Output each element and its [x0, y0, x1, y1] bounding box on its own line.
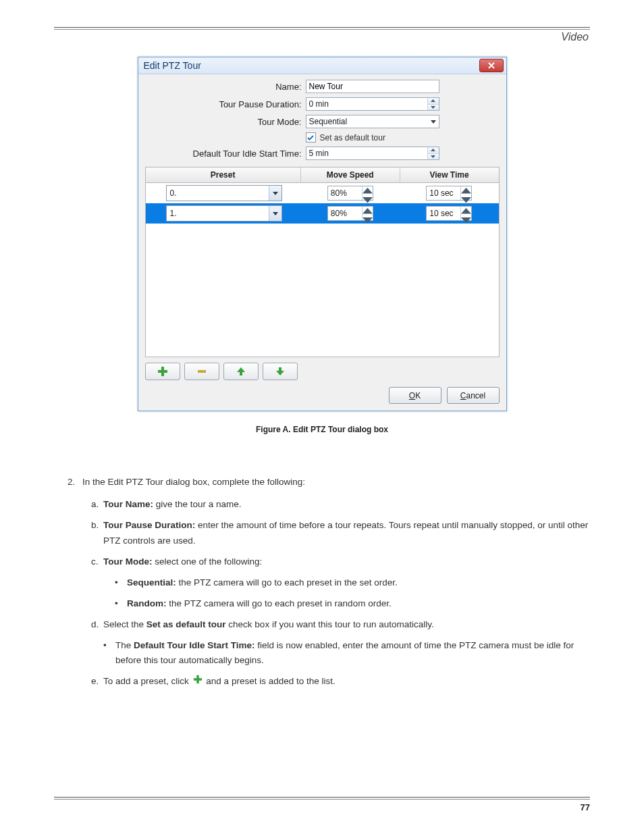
- spinner-down-icon[interactable]: [461, 196, 471, 205]
- move-up-button[interactable]: [223, 363, 259, 380]
- spinner-down-icon[interactable]: [363, 216, 373, 226]
- sub-text: give the tour a name.: [153, 499, 242, 509]
- sub-letter: e.: [91, 674, 103, 689]
- spinner-down-icon[interactable]: [428, 105, 439, 111]
- col-header-speed[interactable]: Move Speed: [301, 167, 400, 182]
- pause-duration-spinner[interactable]: 0 min: [306, 97, 439, 111]
- bullet-icon: •: [103, 638, 115, 669]
- preset-combo[interactable]: 1.: [166, 205, 282, 221]
- move-speed-spinner[interactable]: 80%: [327, 186, 373, 201]
- pause-label: Tour Pause Duration:: [145, 99, 306, 109]
- sub-label: Set as default tour: [146, 619, 226, 629]
- mode-label: Tour Mode:: [145, 117, 306, 127]
- bullet-icon: •: [115, 596, 127, 612]
- sub-letter: a.: [91, 497, 103, 513]
- spinner-down-icon[interactable]: [363, 196, 373, 205]
- step-text: In the Edit PTZ Tour dialog box, complet…: [82, 475, 305, 490]
- mode-label: Random:: [127, 598, 167, 608]
- preset-value: 1.: [167, 209, 269, 218]
- tour-mode-combo[interactable]: Sequential: [306, 115, 439, 128]
- ok-button[interactable]: OK: [389, 387, 441, 404]
- sub-label: Tour Name:: [103, 499, 153, 509]
- arrow-up-icon: [236, 366, 246, 377]
- col-header-time[interactable]: View Time: [400, 167, 499, 182]
- svg-rect-4: [193, 679, 201, 681]
- bullet-icon: •: [115, 575, 127, 591]
- sub-label: Default Tour Idle Start Time:: [134, 640, 255, 650]
- spinner-up-icon[interactable]: [428, 147, 439, 154]
- spinner-up-icon[interactable]: [428, 98, 439, 105]
- default-tour-label: Set as default tour: [320, 133, 385, 142]
- idle-time-spinner[interactable]: 5 min: [306, 147, 439, 160]
- view-time-value: 10 sec: [427, 188, 460, 198]
- chevron-down-icon: [427, 116, 439, 127]
- page-number: 77: [54, 802, 590, 812]
- sub-letter: c.: [91, 554, 103, 570]
- spinner-up-icon[interactable]: [363, 186, 373, 196]
- cancel-button[interactable]: Cancel: [447, 387, 500, 404]
- page-header-section: Video: [561, 31, 589, 43]
- spinner-up-icon[interactable]: [461, 207, 471, 216]
- col-header-preset[interactable]: Preset: [146, 167, 301, 182]
- move-down-button[interactable]: [263, 363, 298, 380]
- chevron-down-icon: [269, 206, 281, 221]
- spinner-down-icon[interactable]: [428, 154, 439, 160]
- idle-label: Default Tour Idle Start Time:: [145, 149, 306, 159]
- chevron-down-icon: [269, 186, 281, 201]
- footer-rule: [54, 797, 590, 800]
- mode-text: the PTZ camera will go to each preset in…: [167, 598, 392, 608]
- pause-duration-value: 0 min: [306, 99, 427, 109]
- svg-rect-1: [158, 370, 167, 373]
- preset-table-body: 0. 80%: [146, 183, 499, 357]
- sub-text: To add a preset, click: [103, 676, 192, 686]
- sub-label: Tour Mode:: [103, 556, 152, 567]
- close-icon: [488, 62, 495, 69]
- tour-mode-value: Sequential: [306, 117, 427, 126]
- view-time-value: 10 sec: [427, 209, 460, 218]
- page-header-rule: [54, 27, 590, 30]
- preset-combo[interactable]: 0.: [166, 185, 282, 201]
- sub-text: and a preset is added to the list.: [206, 676, 335, 686]
- preset-value: 0.: [167, 188, 269, 198]
- step-number: 2.: [68, 475, 82, 490]
- preset-table: Preset Move Speed View Time 0.: [145, 167, 500, 357]
- mode-text: the PTZ camera will go to each preset in…: [176, 577, 398, 588]
- idle-time-value: 5 min: [306, 149, 427, 158]
- sub-text: The: [115, 640, 134, 650]
- sub-text: check box if you want this tour to run a…: [228, 619, 433, 629]
- sub-label: Tour Pause Duration:: [103, 520, 195, 530]
- edit-ptz-tour-dialog: Edit PTZ Tour Name: Tour Pause Duration:…: [138, 57, 507, 411]
- remove-preset-button[interactable]: [184, 363, 219, 380]
- mode-label: Sequential:: [127, 577, 176, 588]
- spinner-down-icon[interactable]: [461, 216, 471, 226]
- arrow-down-icon: [275, 366, 286, 377]
- preset-toolbar: [145, 363, 500, 380]
- sub-text: Select the: [103, 619, 146, 629]
- sub-letter: d.: [91, 617, 103, 633]
- minus-icon: [196, 366, 207, 377]
- svg-rect-2: [198, 370, 206, 373]
- spinner-up-icon[interactable]: [461, 186, 471, 196]
- sub-text: select one of the following:: [152, 556, 262, 567]
- table-row[interactable]: 0. 80%: [146, 183, 499, 203]
- close-button[interactable]: [479, 59, 504, 72]
- name-label: Name:: [145, 82, 306, 92]
- dialog-title-bar: Edit PTZ Tour: [138, 57, 506, 74]
- plus-icon: [157, 366, 168, 377]
- move-speed-spinner[interactable]: 80%: [327, 206, 373, 221]
- spinner-up-icon[interactable]: [363, 207, 373, 216]
- default-tour-checkbox[interactable]: [306, 132, 316, 142]
- cancel-rest: ancel: [466, 391, 485, 400]
- body-text: 2. In the Edit PTZ Tour dialog box, comp…: [54, 475, 590, 689]
- add-preset-button[interactable]: [145, 363, 180, 380]
- sub-letter: b.: [91, 518, 103, 549]
- figure-caption: Figure A. Edit PTZ Tour dialog box: [54, 425, 590, 434]
- name-input[interactable]: [306, 80, 439, 93]
- view-time-spinner[interactable]: 10 sec: [426, 206, 472, 221]
- view-time-spinner[interactable]: 10 sec: [426, 186, 472, 201]
- move-speed-value: 80%: [328, 209, 362, 218]
- dialog-title: Edit PTZ Tour: [144, 60, 201, 71]
- ok-rest: K: [415, 391, 421, 400]
- table-row[interactable]: 1. 80%: [146, 203, 499, 224]
- check-icon: [307, 135, 314, 140]
